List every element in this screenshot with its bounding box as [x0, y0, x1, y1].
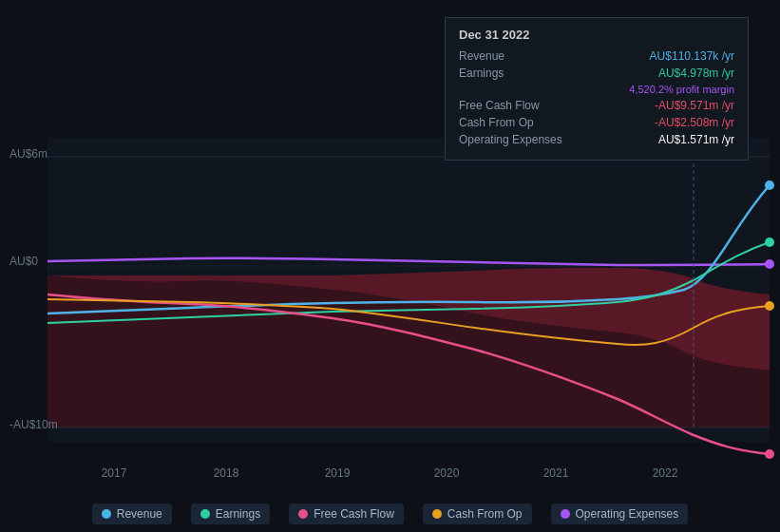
svg-point-6	[765, 238, 774, 247]
legend-dot-earnings	[200, 509, 210, 519]
legend-item-opex[interactable]: Operating Expenses	[551, 504, 689, 524]
tooltip-label-fcf: Free Cash Flow	[459, 99, 582, 112]
tooltip-row-revenue: Revenue AU$110.137k /yr	[459, 49, 734, 63]
tooltip-label-opex: Operating Expenses	[459, 133, 582, 146]
tooltip-value-opex: AU$1.571m /yr	[658, 133, 734, 146]
svg-point-8	[765, 301, 774, 311]
x-label-2019: 2019	[325, 466, 351, 480]
data-tooltip: Dec 31 2022 Revenue AU$110.137k /yr Earn…	[445, 17, 749, 161]
svg-point-9	[765, 449, 774, 459]
y-label-bot: -AU$10m	[10, 418, 58, 431]
legend-dot-revenue	[102, 509, 111, 519]
chart-legend: Revenue Earnings Free Cash Flow Cash Fro…	[0, 504, 780, 524]
tooltip-sub-row: 4,520.2% profit margin	[459, 84, 734, 95]
x-label-2021: 2021	[543, 466, 569, 480]
x-label-2018: 2018	[214, 466, 239, 480]
tooltip-row-earnings: Earnings AU$4.978m /yr	[459, 66, 734, 80]
legend-label-earnings: Earnings	[216, 507, 260, 521]
tooltip-label-earnings: Earnings	[459, 66, 582, 80]
tooltip-label-cfo: Cash From Op	[459, 116, 582, 129]
legend-item-cfo[interactable]: Cash From Op	[423, 504, 532, 524]
legend-item-earnings[interactable]: Earnings	[191, 504, 270, 524]
legend-dot-cfo	[432, 509, 442, 519]
y-label-top: AU$6m	[10, 147, 48, 161]
legend-label-fcf: Free Cash Flow	[314, 507, 394, 521]
tooltip-label-revenue: Revenue	[459, 49, 582, 63]
tooltip-date: Dec 31 2022	[459, 28, 734, 42]
tooltip-row-cfo: Cash From Op -AU$2.508m /yr	[459, 116, 734, 129]
x-label-2020: 2020	[434, 466, 460, 480]
y-label-mid: AU$0	[10, 255, 38, 268]
x-label-2017: 2017	[102, 466, 127, 480]
tooltip-row-fcf: Free Cash Flow -AU$9.571m /yr	[459, 99, 734, 112]
tooltip-value-cfo: -AU$2.508m /yr	[655, 116, 734, 129]
tooltip-profit-margin: 4,520.2% profit margin	[629, 84, 734, 95]
tooltip-row-opex: Operating Expenses AU$1.571m /yr	[459, 133, 734, 146]
legend-dot-opex	[561, 509, 570, 519]
legend-label-cfo: Cash From Op	[447, 507, 523, 521]
tooltip-value-fcf: -AU$9.571m /yr	[655, 99, 734, 112]
legend-item-fcf[interactable]: Free Cash Flow	[289, 504, 404, 524]
tooltip-value-revenue: AU$110.137k /yr	[650, 49, 734, 63]
tooltip-value-earnings: AU$4.978m /yr	[658, 66, 734, 80]
x-label-2022: 2022	[653, 466, 678, 480]
legend-label-revenue: Revenue	[117, 507, 162, 521]
svg-point-7	[765, 259, 774, 269]
legend-item-revenue[interactable]: Revenue	[92, 504, 172, 524]
legend-dot-fcf	[298, 509, 308, 519]
legend-label-opex: Operating Expenses	[576, 507, 679, 521]
svg-point-5	[765, 180, 774, 190]
